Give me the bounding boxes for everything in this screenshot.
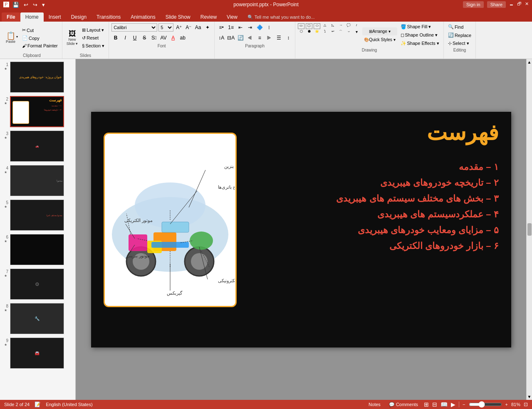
shape-rect[interactable]: ▭ <box>298 23 304 29</box>
slide-thumb-7[interactable]: ⚙ <box>10 269 64 300</box>
shape-more[interactable]: ▾ <box>353 30 360 35</box>
slide-thumb-6[interactable] <box>10 234 64 265</box>
scroll-down-btn[interactable]: ▼ <box>527 394 532 400</box>
center-btn[interactable]: ≡ <box>255 34 264 42</box>
shape-arrow[interactable]: → <box>337 23 344 29</box>
copy-btn[interactable]: 📄Copy <box>20 34 59 42</box>
slide-item-5[interactable]: 5 ★ محتوا مختلف اجزا <box>2 199 74 232</box>
save-qat-btn[interactable]: 💾 <box>11 1 20 8</box>
slide-item-7[interactable]: 7 ★ ⚙ <box>2 268 74 301</box>
comments-btn[interactable]: 💬 Comments <box>386 402 421 408</box>
fit-slide-btn[interactable]: ⊡ <box>524 402 528 407</box>
slide-thumb-5[interactable]: محتوا مختلف اجزا <box>10 200 64 231</box>
decrease-font-btn[interactable]: A⁻ <box>184 23 193 32</box>
shape-effects-btn[interactable]: ✨Shape Effects ▾ <box>399 40 441 47</box>
new-slide-btn[interactable]: 🖼 NewSlide ▾ <box>65 29 80 47</box>
shape-4[interactable]: ⭐ <box>314 30 320 35</box>
shape-fill-btn[interactable]: 🪣Shape Fill ▾ <box>399 23 441 30</box>
tab-file[interactable]: File <box>2 12 20 22</box>
slide-item-4[interactable]: 4 ★ محتوا <box>2 164 74 197</box>
slide-thumb-4[interactable]: محتوا <box>10 165 64 196</box>
replace-btn[interactable]: 🔄Replace <box>446 32 473 39</box>
layout-btn[interactable]: ⊞Layout ▾ <box>80 27 106 34</box>
normal-view-btn[interactable]: ⊞ <box>424 401 429 408</box>
close-btn[interactable]: ✕ <box>525 1 529 8</box>
slide-thumb-3[interactable]: 🚗 <box>10 131 64 162</box>
redo-qat-btn[interactable]: ↪ <box>32 1 39 8</box>
shape-3[interactable]: ⬟ <box>306 30 312 35</box>
tab-tell-me[interactable]: 🔍 Tell me what you want to do... <box>242 13 320 22</box>
slide-thumb-9[interactable]: 🚘 <box>10 338 64 369</box>
zoom-out-btn[interactable]: − <box>463 402 465 407</box>
shape-rounded-rect[interactable]: ▢ <box>306 23 312 29</box>
convert-smartart-btn[interactable]: 🔄 <box>236 34 245 42</box>
slide-item-9[interactable]: 9 ★ 🚘 <box>2 337 74 370</box>
notes-btn[interactable]: Notes <box>366 402 383 407</box>
cut-btn[interactable]: ✂Cut <box>20 27 59 34</box>
tab-animations[interactable]: Animations <box>126 12 160 22</box>
shadow-btn[interactable]: S⃞ <box>150 34 158 42</box>
shape-oval[interactable]: ⬭ <box>314 23 320 29</box>
shape-rt-triangle[interactable]: ◺ <box>329 23 336 29</box>
shape-8[interactable]: ⌣ <box>345 30 352 35</box>
minimize-btn[interactable]: 🗕 <box>509 1 514 8</box>
smartart-btn[interactable]: 🔷 <box>255 23 264 32</box>
align-text-btn[interactable]: ⊟A <box>227 34 235 42</box>
shape-triangle[interactable]: △ <box>322 23 328 29</box>
maximize-btn[interactable]: 🗗 <box>517 1 522 8</box>
shape-5[interactable]: ⤵ <box>322 30 328 35</box>
slide-thumb-1[interactable]: عنوان پروژه: خودروهای هیبریدی <box>10 62 64 93</box>
shape-callout[interactable]: 💬 <box>345 23 352 29</box>
zoom-slider[interactable] <box>469 401 502 408</box>
clear-format-btn[interactable]: ✦ <box>203 23 212 32</box>
section-btn[interactable]: §Section ▾ <box>80 42 106 49</box>
slide-thumb-2[interactable]: فهرست ۱ – مقدمه ۲ – تاریخچه خودروها <box>10 96 64 127</box>
tab-review[interactable]: Review <box>195 12 222 22</box>
justify-btn[interactable]: ☰ <box>275 34 283 42</box>
shape-outline-btn[interactable]: ◻Shape Outline ▾ <box>399 32 441 39</box>
slideshow-btn[interactable]: ▶ <box>451 401 455 408</box>
tab-transitions[interactable]: Transitions <box>92 12 126 22</box>
reading-view-btn[interactable]: 📖 <box>440 401 448 408</box>
undo-qat-btn[interactable]: ↩ <box>22 1 30 8</box>
shape-line[interactable]: / <box>353 23 360 29</box>
slide-canvas[interactable]: فهرست ۱ – مقدمه ۲ – تاریخچه خودروهای هیب… <box>91 112 511 347</box>
paste-btn[interactable]: 📋 Paste ▾ <box>4 31 20 45</box>
quick-styles-btn[interactable]: 🎨 Quick Styles ▾ <box>362 37 397 43</box>
columns-btn[interactable]: ⫶ <box>265 23 273 32</box>
zoom-in-btn[interactable]: + <box>505 402 508 407</box>
text-direction-btn[interactable]: ↕A <box>217 34 225 42</box>
align-left-btn[interactable]: ⫷ <box>246 34 254 42</box>
sign-in-btn[interactable]: Sign in <box>463 1 484 8</box>
char-spacing-btn[interactable]: AV <box>159 34 168 42</box>
select-btn[interactable]: ⊹Select ▾ <box>446 40 473 47</box>
tab-slideshow[interactable]: Slide Show <box>161 12 195 22</box>
bullets-btn[interactable]: ≡• <box>217 23 225 32</box>
find-btn[interactable]: 🔍Find <box>446 23 473 30</box>
slide-item-3[interactable]: 3 ★ 🚗 <box>2 130 74 163</box>
slide-item-6[interactable]: 6 ★ <box>2 233 74 266</box>
change-case-btn[interactable]: Aa <box>194 23 202 32</box>
align-right-btn[interactable]: ⫸ <box>265 34 273 42</box>
bold-btn[interactable]: B <box>111 34 120 42</box>
decrease-indent-btn[interactable]: ⇤ <box>236 23 245 32</box>
font-name-select[interactable]: Calibri <box>111 23 157 32</box>
slide-item-8[interactable]: 8 ★ 🔧 <box>2 302 74 335</box>
slide-item-1[interactable]: 1 ★ عنوان پروژه: خودروهای هیبریدی <box>2 61 74 94</box>
line-spacing-btn[interactable]: ↕ <box>284 34 292 42</box>
text-highlight-btn[interactable]: ab <box>178 34 187 42</box>
shape-7[interactable]: ⌒ <box>337 30 344 35</box>
strikethrough-btn[interactable]: S <box>140 34 148 42</box>
tab-insert[interactable]: Insert <box>44 12 66 22</box>
share-btn[interactable]: Share <box>487 1 506 8</box>
format-painter-btn[interactable]: 🖌Format Painter <box>20 42 59 49</box>
scroll-thumb[interactable] <box>527 223 532 236</box>
underline-btn[interactable]: U <box>131 34 139 42</box>
shape-6[interactable]: ↩ <box>329 30 336 35</box>
tab-home[interactable]: Home <box>20 12 44 22</box>
slide-thumb-8[interactable]: 🔧 <box>10 303 64 334</box>
font-size-select[interactable]: 5 <box>158 23 173 32</box>
italic-btn[interactable]: I <box>121 34 129 42</box>
font-color-btn[interactable]: A <box>169 34 177 42</box>
paste-dropdown-icon[interactable]: ▾ <box>16 35 18 39</box>
